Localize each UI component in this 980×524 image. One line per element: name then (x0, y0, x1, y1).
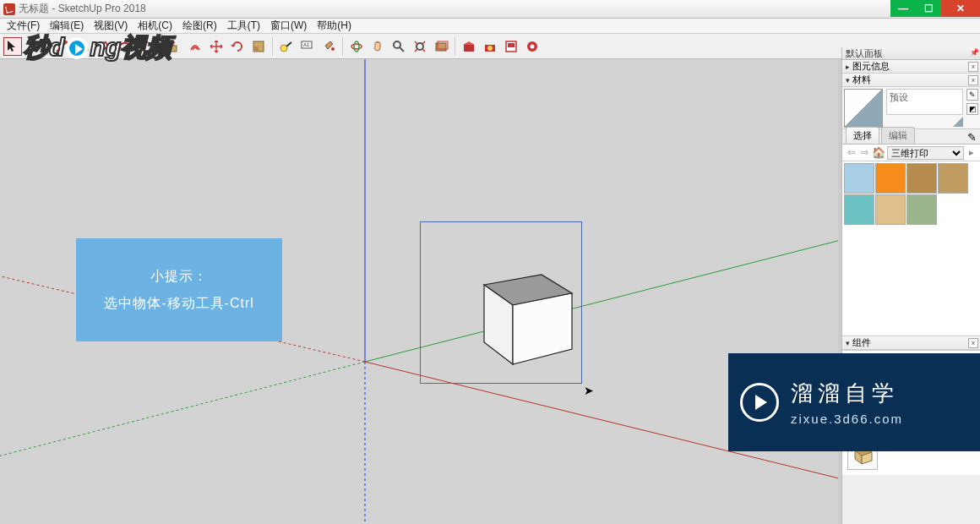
materials-label: 材料 (852, 74, 871, 86)
svg-rect-22 (508, 43, 514, 47)
tab-edit[interactable]: 编辑 (881, 127, 915, 144)
svg-point-24 (531, 44, 535, 48)
materials-collection-select[interactable]: 三维打印 (887, 146, 964, 160)
menu-tools[interactable]: 工具(T) (222, 18, 265, 34)
menu-draw[interactable]: 绘图(R) (177, 18, 222, 34)
material-name-field[interactable]: 预设 (886, 89, 963, 115)
entity-info-header[interactable]: ▸ 图元信息 × (842, 60, 980, 74)
svg-point-13 (394, 41, 400, 48)
svg-text:A1: A1 (303, 42, 310, 47)
close-panel-icon[interactable]: × (968, 338, 978, 348)
default-material-icon[interactable]: ◩ (966, 103, 978, 115)
watermark-bottom: 溜溜自学 zixue.3d66.com (728, 353, 980, 451)
current-material-swatch[interactable] (844, 89, 883, 128)
tip-body: 选中物体-移动工具-Ctrl (104, 290, 254, 317)
close-panel-icon[interactable]: × (968, 62, 978, 72)
material-swatch[interactable] (906, 194, 937, 225)
close-panel-icon[interactable]: × (968, 75, 978, 85)
section-plane-icon[interactable] (432, 37, 450, 56)
wm-top-text-b: ng视频 (90, 30, 172, 65)
components-label: 组件 (852, 336, 871, 349)
material-swatch[interactable] (938, 163, 968, 194)
materials-nav: ⇦ ⇨ 🏠 三维打印 ▸ (842, 145, 980, 161)
zoom-extents-icon[interactable] (411, 37, 429, 56)
material-swatch[interactable] (875, 163, 906, 194)
window-title: 无标题 - SketchUp Pro 2018 (19, 2, 146, 16)
material-swatch-grid (842, 161, 980, 227)
wm-top-play-icon (66, 37, 88, 59)
nav-fwd-icon[interactable]: ⇨ (858, 147, 870, 159)
expand-icon: ▸ (846, 63, 850, 71)
material-swatch[interactable] (844, 194, 874, 225)
viewport[interactable]: ➤ 小提示： 选中物体-移动工具-Ctrl (0, 59, 838, 524)
wm-title: 溜溜自学 (791, 379, 903, 408)
pan-tool-icon[interactable] (368, 37, 387, 56)
tab-select[interactable]: 选择 (846, 127, 879, 144)
tip-overlay: 小提示： 选中物体-移动工具-Ctrl (76, 238, 282, 341)
materials-tabs: 选择 编辑 ✎ (842, 129, 980, 145)
material-swatch[interactable] (844, 163, 874, 194)
cube-object[interactable] (460, 258, 587, 376)
tray-title[interactable]: 默认面板 📌 (842, 47, 980, 60)
entity-info-label: 图元信息 (852, 60, 890, 73)
layout-icon[interactable] (502, 37, 520, 56)
svg-point-10 (331, 47, 335, 51)
menu-window[interactable]: 窗口(W) (265, 18, 312, 34)
home-icon[interactable]: 🏠 (872, 146, 885, 159)
components-header[interactable]: ▾ 组件 × (842, 336, 980, 350)
close-button[interactable]: ✕ (941, 0, 980, 17)
svg-marker-33 (513, 293, 572, 364)
collapse-icon: ▾ (846, 76, 850, 85)
watermark-top: 秒d ng视频 (24, 30, 172, 65)
material-swatch[interactable] (875, 194, 906, 225)
extension-warehouse-icon[interactable] (481, 37, 499, 56)
svg-point-14 (416, 43, 423, 50)
svg-rect-17 (464, 45, 474, 52)
offset-tool-icon[interactable] (186, 37, 204, 56)
tape-measure-icon[interactable] (277, 37, 296, 56)
nav-back-icon[interactable]: ⇦ (845, 147, 857, 159)
svg-line-28 (0, 362, 365, 473)
warehouse-icon[interactable] (460, 37, 478, 56)
svg-marker-18 (463, 41, 475, 45)
title-bar: 无标题 - SketchUp Pro 2018 — ☐ ✕ (0, 0, 980, 19)
text-tool-icon[interactable]: A1 (298, 37, 317, 56)
orbit-tool-icon[interactable] (347, 37, 366, 56)
paint-bucket-icon[interactable] (319, 37, 338, 56)
maximize-button[interactable]: ☐ (916, 0, 941, 17)
details-menu-icon[interactable]: ▸ (966, 147, 977, 159)
zoom-tool-icon[interactable] (389, 37, 408, 56)
materials-header[interactable]: ▾ 材料 × (842, 74, 980, 87)
tray-panel: 默认面板 📌 ▸ 图元信息 × ▾ 材料 × 预设 ✎ ◩ 选择 编辑 ✎ ⇦ … (841, 47, 980, 524)
rotate-tool-icon[interactable] (228, 37, 247, 56)
scale-tool-icon[interactable] (249, 37, 268, 56)
move-tool-icon[interactable] (207, 37, 226, 56)
svg-point-20 (487, 46, 493, 51)
svg-point-11 (351, 44, 362, 49)
collapse-icon: ▾ (846, 339, 850, 347)
material-preview: 预设 ✎ ◩ (842, 87, 980, 129)
wm-url: zixue.3d66.com (791, 412, 903, 426)
materials-empty-area (842, 227, 980, 336)
tip-title: 小提示： (150, 263, 208, 290)
material-swatch[interactable] (906, 163, 937, 194)
svg-point-12 (354, 41, 359, 52)
menu-help[interactable]: 帮助(H) (312, 18, 357, 34)
tray-title-label: 默认面板 (846, 47, 883, 60)
wm-play-icon (740, 383, 779, 422)
extension-manager-icon[interactable] (523, 37, 542, 56)
pin-icon[interactable]: 📌 (970, 48, 978, 57)
wm-top-text-a: 秒d (24, 30, 64, 65)
app-icon (3, 3, 15, 15)
window-controls: — ☐ ✕ (890, 0, 980, 17)
create-material-icon[interactable]: ✎ (966, 89, 978, 101)
select-tool-icon[interactable] (3, 37, 22, 56)
minimize-button[interactable]: — (890, 0, 916, 17)
back-face-swatch-icon[interactable] (953, 117, 963, 127)
sample-paint-icon[interactable]: ✎ (967, 131, 977, 144)
svg-rect-6 (253, 46, 259, 52)
